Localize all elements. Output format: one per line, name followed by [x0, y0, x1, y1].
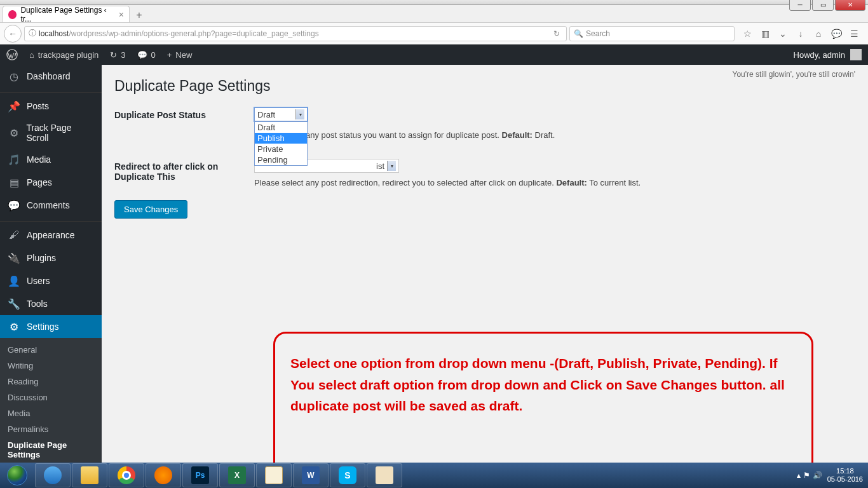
menu-tools[interactable]: 🔧Tools: [0, 292, 102, 315]
menu-track-page-scroll[interactable]: ⚙Track Page Scroll: [0, 118, 102, 148]
window-maximize-button[interactable]: ▭: [812, 0, 834, 11]
tab-favicon: [8, 10, 17, 19]
paint-icon: [376, 466, 393, 484]
site-name-link[interactable]: ⌂ trackpage plugin: [29, 50, 98, 60]
chat-icon[interactable]: 💬: [831, 29, 841, 39]
taskbar-word[interactable]: W: [293, 463, 329, 487]
downloads-icon[interactable]: ↓: [796, 29, 806, 39]
system-tray[interactable]: ▴ ⚑ 🔊: [797, 471, 822, 480]
notepad-icon: [265, 466, 283, 484]
submenu-duplicate-page-settings[interactable]: Duplicate Page Settings: [0, 437, 102, 463]
menu-icon[interactable]: ☰: [849, 29, 859, 39]
plus-icon: +: [167, 50, 172, 60]
account-menu[interactable]: Howdy, admin: [794, 49, 862, 60]
wrench-icon: 🔧: [8, 297, 20, 310]
taskbar-clock[interactable]: 15:18 05-05-2016: [827, 467, 863, 484]
menu-users[interactable]: 👤Users: [0, 269, 102, 292]
wp-logo-icon[interactable]: [6, 49, 18, 60]
annotation-callout: Select one option from drop down menu -(…: [273, 332, 813, 463]
photoshop-icon: Ps: [191, 466, 209, 484]
new-tab-button[interactable]: +: [131, 8, 147, 22]
submenu-writing[interactable]: Writing: [0, 358, 102, 374]
browser-tab-active[interactable]: Duplicate Page Settings ‹ tr... ×: [3, 6, 130, 22]
taskbar-notepad[interactable]: [256, 463, 292, 487]
gauge-icon: ◷: [8, 70, 20, 83]
pin-icon: 📌: [8, 100, 20, 112]
taskbar-excel[interactable]: X: [219, 463, 255, 487]
admin-sidebar: ◷Dashboard 📌Posts ⚙Track Page Scroll 🎵Me…: [0, 65, 102, 463]
hello-dolly-lyric: You're still glowin', you're still crowi…: [733, 70, 855, 79]
menu-separator: [0, 90, 102, 93]
chevron-down-icon: ▾: [387, 161, 396, 171]
menu-plugins[interactable]: 🔌Plugins: [0, 247, 102, 269]
tab-title: Duplicate Page Settings ‹ tr...: [20, 6, 114, 24]
menu-dashboard[interactable]: ◷Dashboard: [0, 65, 102, 88]
option-publish[interactable]: Publish: [255, 133, 307, 144]
annotation-text: Select one option from drop down menu -(…: [290, 353, 796, 417]
bookmark-star-icon[interactable]: ☆: [742, 29, 752, 39]
post-status-select[interactable]: Draft ▾: [254, 107, 308, 121]
submenu-discussion[interactable]: Discussion: [0, 390, 102, 405]
taskbar-explorer[interactable]: [72, 463, 107, 487]
option-draft[interactable]: Draft: [255, 122, 307, 133]
chrome-icon: [118, 466, 135, 484]
url-bar[interactable]: ⓘ localhost/wordpress/wp-admin/options-g…: [24, 26, 567, 41]
taskbar-photoshop[interactable]: Ps: [182, 463, 218, 487]
brush-icon: 🖌: [8, 229, 20, 241]
reload-icon[interactable]: ↻: [551, 29, 562, 38]
submenu-reading[interactable]: Reading: [0, 374, 102, 390]
gear-icon: ⚙: [8, 126, 20, 139]
window-minimize-button[interactable]: ─: [789, 0, 811, 11]
library-icon[interactable]: ▥: [760, 29, 770, 39]
submenu-media[interactable]: Media: [0, 405, 102, 421]
post-status-dropdown: Draft Publish Private Pending: [254, 121, 308, 166]
start-button[interactable]: [0, 463, 34, 488]
browser-tab-strip: Duplicate Page Settings ‹ tr... × +: [0, 5, 868, 23]
tray-volume-icon[interactable]: 🔊: [813, 471, 822, 480]
menu-settings[interactable]: ⚙Settings: [0, 315, 102, 338]
menu-comments[interactable]: 💬Comments: [0, 194, 102, 217]
duplicate-post-status-label: Duplicate Post Status: [114, 107, 254, 140]
menu-separator: [0, 219, 102, 222]
page-title: Duplicate Page Settings: [114, 78, 855, 95]
pocket-icon[interactable]: ⌄: [778, 29, 788, 39]
submenu-permalinks[interactable]: Permalinks: [0, 421, 102, 437]
new-content-link[interactable]: + New: [167, 50, 193, 60]
plug-icon: 🔌: [8, 252, 20, 264]
search-bar[interactable]: 🔍 Search: [569, 26, 735, 41]
comment-icon: 💬: [137, 50, 147, 60]
word-icon: W: [302, 466, 320, 484]
tab-close-icon[interactable]: ×: [119, 10, 124, 20]
taskbar-ie[interactable]: [35, 463, 71, 487]
menu-appearance[interactable]: 🖌Appearance: [0, 224, 102, 247]
home-icon[interactable]: ⌂: [813, 29, 824, 39]
menu-pages[interactable]: ▤Pages: [0, 171, 102, 194]
option-private[interactable]: Private: [255, 144, 307, 154]
window-titlebar: ─ ▭ ✕: [0, 0, 868, 5]
user-icon: 👤: [8, 274, 20, 287]
tray-up-icon[interactable]: ▴: [797, 471, 801, 480]
home-icon: ⌂: [29, 50, 34, 60]
taskbar-paint[interactable]: [367, 463, 402, 487]
comments-link[interactable]: 💬 0: [137, 50, 156, 60]
save-changes-button[interactable]: Save Changes: [114, 200, 187, 219]
tray-flag-icon[interactable]: ⚑: [803, 471, 810, 480]
updates-link[interactable]: ↻ 3: [110, 50, 125, 60]
taskbar-firefox[interactable]: [146, 463, 181, 487]
taskbar-chrome[interactable]: [109, 463, 144, 487]
ie-icon: [44, 466, 62, 484]
menu-media[interactable]: 🎵Media: [0, 148, 102, 171]
back-button[interactable]: ←: [4, 25, 22, 43]
option-pending[interactable]: Pending: [255, 154, 307, 165]
avatar: [850, 49, 862, 60]
windows-taskbar: Ps X W S ▴ ⚑ 🔊 15:18 05-05-2016: [0, 463, 868, 488]
window-close-button[interactable]: ✕: [835, 0, 865, 11]
taskbar-skype[interactable]: S: [330, 463, 365, 487]
wp-admin-bar: ⌂ trackpage plugin ↻ 3 💬 0 + New Howdy, …: [0, 44, 868, 65]
browser-toolbar: ← ⓘ localhost/wordpress/wp-admin/options…: [0, 23, 868, 44]
search-placeholder: Search: [586, 29, 610, 38]
menu-posts[interactable]: 📌Posts: [0, 95, 102, 118]
media-icon: 🎵: [8, 153, 20, 166]
comment-icon: 💬: [8, 199, 20, 212]
submenu-general[interactable]: General: [0, 342, 102, 358]
